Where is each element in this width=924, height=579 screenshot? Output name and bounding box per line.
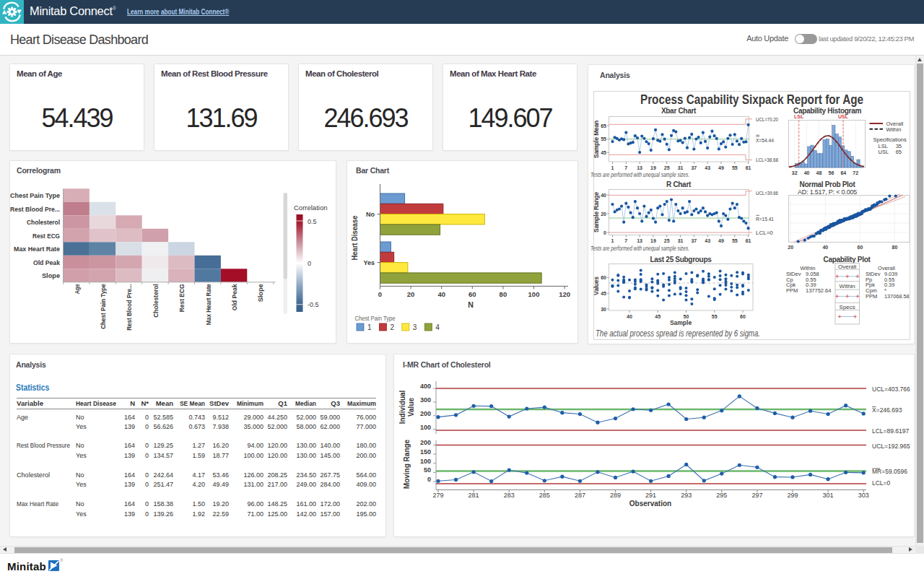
svg-text:Q3: Q3	[331, 399, 340, 407]
svg-text:13: 13	[637, 165, 642, 170]
svg-text:64: 64	[840, 170, 846, 175]
svg-text:299: 299	[787, 492, 798, 499]
svg-text:0: 0	[378, 290, 382, 298]
svg-text:1: 1	[611, 165, 614, 170]
svg-text:Yes: Yes	[363, 259, 375, 266]
svg-text:283: 283	[504, 492, 515, 499]
svg-text:60: 60	[468, 290, 476, 298]
svg-text:Q1: Q1	[278, 399, 287, 407]
svg-text:N*: N*	[141, 399, 149, 407]
svg-text:Chest Pain Type: Chest Pain Type	[99, 284, 107, 329]
svg-text:4: 4	[435, 323, 440, 331]
svg-text:267.75: 267.75	[320, 471, 340, 479]
svg-text:Median: Median	[295, 399, 316, 407]
svg-text:285: 285	[539, 492, 550, 499]
svg-text:Heart Disease: Heart Disease	[76, 399, 116, 407]
svg-text:Yes: Yes	[76, 452, 87, 459]
svg-text:4.17: 4.17	[192, 471, 205, 479]
svg-text:56: 56	[829, 170, 834, 175]
svg-text:Xbar Chart: Xbar Chart	[661, 107, 697, 115]
svg-text:PPM: PPM	[786, 287, 798, 294]
svg-text:137752.64: 137752.64	[806, 287, 831, 294]
svg-text:Rest Blood Pre...: Rest Blood Pre...	[10, 205, 60, 213]
svg-text:0: 0	[145, 500, 149, 508]
svg-text:56.626: 56.626	[153, 423, 173, 430]
svg-text:Mean: Mean	[156, 399, 173, 407]
svg-text:37: 37	[691, 238, 697, 243]
svg-text:100: 100	[420, 458, 431, 465]
svg-text:158.38: 158.38	[153, 500, 173, 508]
svg-text:SE Mean: SE Mean	[180, 399, 205, 407]
svg-text:30: 30	[601, 307, 606, 312]
svg-text:0.673: 0.673	[188, 423, 205, 430]
svg-text:65: 65	[601, 123, 606, 129]
svg-text:Cholesterol: Cholesterol	[17, 471, 50, 479]
svg-text:71.00: 71.00	[247, 510, 263, 518]
svg-text:Old Peak: Old Peak	[230, 284, 238, 311]
svg-text:48: 48	[816, 170, 822, 175]
svg-text:Value: Value	[407, 398, 415, 417]
svg-text:LCL=0: LCL=0	[756, 230, 773, 236]
svg-text:142.00: 142.00	[296, 510, 316, 518]
svg-text:0.743: 0.743	[188, 414, 205, 421]
svg-text:289: 289	[610, 492, 621, 499]
svg-text:96.00: 96.00	[247, 500, 263, 508]
svg-text:400: 400	[420, 383, 431, 390]
svg-text:130.00: 130.00	[296, 452, 316, 459]
svg-text:PPM: PPM	[866, 293, 877, 300]
svg-text:LCL=89.6197: LCL=89.6197	[872, 427, 910, 435]
svg-text:49: 49	[718, 165, 724, 170]
svg-text:Maximum: Maximum	[347, 399, 376, 407]
svg-text:Max Heart Rate: Max Heart Rate	[204, 284, 212, 325]
svg-text:-0.5: -0.5	[308, 301, 319, 308]
svg-text:29.000: 29.000	[243, 414, 263, 421]
svg-text:Sample Range: Sample Range	[593, 191, 600, 232]
svg-text:2: 2	[390, 323, 394, 331]
svg-text:140.00: 140.00	[320, 442, 340, 449]
svg-text:0: 0	[145, 423, 149, 430]
svg-text:65: 65	[896, 149, 902, 155]
svg-text:Observation: Observation	[629, 500, 671, 508]
svg-text:UCL=70.20: UCL=70.20	[756, 116, 778, 123]
svg-text:N: N	[468, 300, 474, 309]
svg-text:19: 19	[650, 238, 656, 243]
svg-text:40: 40	[601, 193, 606, 198]
svg-text:Minimum: Minimum	[237, 399, 263, 407]
svg-text:164: 164	[124, 414, 135, 421]
svg-text:129.25: 129.25	[153, 442, 173, 449]
svg-text:40: 40	[822, 245, 828, 250]
svg-text:Normal Prob Plot: Normal Prob Plot	[800, 180, 856, 188]
svg-text:60: 60	[740, 314, 746, 319]
svg-text:1.59: 1.59	[192, 452, 205, 459]
svg-text:X=54.44: X=54.44	[756, 137, 774, 144]
svg-text:55: 55	[732, 238, 738, 243]
svg-text:Process Capability Sixpack Rep: Process Capability Sixpack Report for Ag…	[640, 92, 863, 107]
svg-text:MR=59.0596: MR=59.0596	[872, 468, 907, 475]
svg-text:0: 0	[145, 510, 149, 518]
svg-text:50: 50	[424, 466, 431, 474]
svg-text:49: 49	[718, 238, 724, 243]
svg-text:60: 60	[601, 275, 606, 280]
svg-text:Sample Mean: Sample Mean	[593, 121, 600, 158]
svg-text:40: 40	[804, 170, 810, 175]
svg-text:94.00: 94.00	[247, 442, 263, 449]
svg-text:0: 0	[308, 260, 311, 267]
svg-text:USL: USL	[838, 114, 849, 119]
svg-text:No: No	[76, 442, 84, 449]
svg-text:Slope: Slope	[42, 271, 60, 279]
svg-text:Rest Blood Pressure: Rest Blood Pressure	[17, 442, 70, 449]
svg-text:58.000: 58.000	[296, 423, 316, 430]
svg-text:120: 120	[559, 290, 570, 298]
svg-text:172.00: 172.00	[320, 500, 340, 508]
svg-text:164: 164	[124, 442, 135, 449]
svg-text:25: 25	[664, 165, 670, 170]
svg-text:130.00: 130.00	[296, 442, 316, 449]
svg-text:7.938: 7.938	[212, 423, 229, 430]
svg-text:55: 55	[601, 136, 606, 142]
svg-text:Tests are performed with unequ: Tests are performed with unequal sample …	[590, 171, 689, 178]
svg-text:7: 7	[624, 238, 627, 243]
svg-text:120.00: 120.00	[267, 452, 287, 459]
svg-text:Rest ECG: Rest ECG	[32, 232, 60, 240]
svg-text:0: 0	[145, 481, 149, 488]
svg-text:202.00: 202.00	[356, 500, 376, 508]
